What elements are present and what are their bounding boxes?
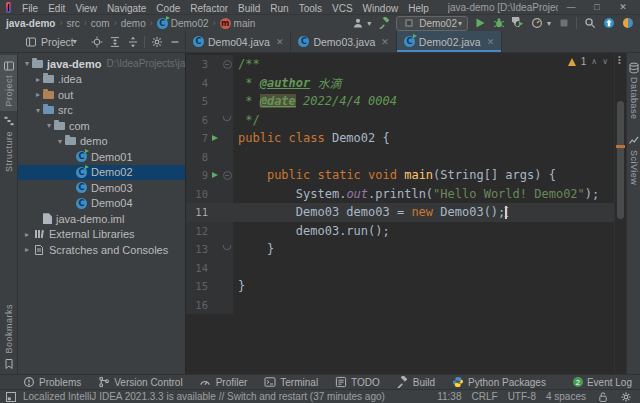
tree-item-demo02[interactable]: CDemo02 [18,165,185,181]
maximize-button[interactable]: □ [584,0,610,14]
stripe-sciview[interactable]: SciView [627,134,640,185]
menu-file[interactable]: File [17,3,43,14]
code-editor[interactable]: 1∧∨ 3/**4 * @author 水滴5 * @date 2022/4/4… [186,53,614,374]
code-line-16[interactable]: 16 [186,296,614,315]
expand-split-icon[interactable] [126,35,139,48]
tree-item-external-libraries[interactable]: ▸External Libraries [18,227,185,243]
menu-tools[interactable]: Tools [294,3,327,14]
tree-item-out[interactable]: ▸out [18,87,185,103]
search-icon[interactable] [583,17,596,30]
fold-collapse-icon[interactable] [223,60,232,69]
scrollbar-thumb[interactable] [617,101,624,219]
code-line-5[interactable]: 5 * @date 2022/4/4 0004 [186,92,614,111]
close-icon[interactable]: ✕ [276,37,284,47]
editor-options-icon[interactable]: ••• [618,55,621,64]
close-button[interactable]: ✕ [610,0,636,14]
toolwindow-todo[interactable]: TODO [334,376,380,389]
lock-icon[interactable] [596,390,609,403]
code-line-6[interactable]: 6 */ [186,111,614,130]
tree-item-demo01[interactable]: CDemo01 [18,149,185,165]
locate-icon[interactable] [90,35,103,48]
toolwindow-python-packages[interactable]: Python Packages [451,376,546,389]
editor-scrollbar[interactable]: ••• [614,53,626,374]
fold-collapse-icon[interactable] [223,171,232,180]
breadcrumb-demo[interactable]: demo [121,18,146,29]
tree-arrow-icon[interactable]: ▸ [33,90,43,99]
menu-edit[interactable]: Edit [43,3,70,14]
breadcrumb-com[interactable]: com [91,18,110,29]
toolwindow-version-control[interactable]: Version Control [97,376,182,389]
menu-run[interactable]: Run [265,3,293,14]
run-config-select[interactable]: Demo02▾ [396,16,468,31]
menu-navigate[interactable]: Navigate [102,3,151,14]
warning-stripe-mark[interactable] [616,145,625,148]
user-icon[interactable] [351,17,364,30]
code-line-12[interactable]: 12 demo03.run(); [186,222,614,241]
menu-help[interactable]: Help [403,3,434,14]
prev-warning-icon[interactable]: ∧ [591,57,597,66]
debug-icon[interactable] [493,17,506,30]
tool-window-switcher-icon[interactable] [4,390,17,403]
code-line-4[interactable]: 4 * @author 水滴 [186,74,614,93]
code-line-11[interactable]: 11 Demo03 demo03 = new Demo03(); [186,203,614,222]
close-icon[interactable]: ✕ [487,37,495,47]
tree-arrow-icon[interactable]: ▸ [22,245,32,254]
menu-refactor[interactable]: Refactor [185,3,233,14]
menu-window[interactable]: Window [358,3,404,14]
tree-arrow-icon[interactable]: ▾ [33,106,43,115]
stripe-database[interactable]: Database [627,61,640,120]
stripe-structure[interactable]: Structure [0,111,17,176]
code-line-13[interactable]: 13 } [186,240,614,259]
code-line-10[interactable]: 10 System.out.println("Hello World! Demo… [186,185,614,204]
status-message[interactable]: Localized IntelliJ IDEA 2021.3.3 is avai… [23,391,385,402]
code-line-15[interactable]: 15} [186,277,614,296]
hammer-green-icon[interactable] [377,17,390,30]
update-icon[interactable] [602,17,615,30]
stripe-project[interactable]: Project [0,55,17,111]
menu-build[interactable]: Build [233,3,265,14]
code-line-7[interactable]: 7public class Demo02 { [186,129,614,148]
breadcrumb-java-demo[interactable]: java-demo [6,18,55,29]
tab-demo04-java[interactable]: CDemo04.java✕ [186,31,291,52]
collapse-all-icon[interactable] [108,35,121,48]
tree-item-java-demo-iml[interactable]: java-demo.iml [18,211,185,227]
partial-icon[interactable] [621,17,634,30]
tree-arrow-icon[interactable]: ▾ [55,137,65,146]
tree-item-demo04[interactable]: CDemo04 [18,196,185,212]
encoding-indicator[interactable]: UTF-8 [508,391,536,402]
tab-demo02-java[interactable]: CDemo02.java✕ [397,31,502,52]
stop-icon[interactable] [557,17,570,30]
indent-indicator[interactable]: 4 spaces [546,391,586,402]
inspection-widget[interactable]: 1∧∨ [568,56,608,67]
minimize-button[interactable]: — [558,0,584,14]
breadcrumb-src[interactable]: src [66,18,79,29]
tree-item-java-demo[interactable]: ▾java-demoD:\IdeaProjects\java-demo [18,56,185,72]
tree-arrow-icon[interactable]: ▾ [44,121,54,130]
close-icon[interactable]: ✕ [381,37,389,47]
breadcrumb-main[interactable]: mmain [220,18,256,29]
tree-arrow-icon[interactable]: ▾ [22,59,32,68]
tree-item-com[interactable]: ▾com [18,118,185,134]
code-line-3[interactable]: 3/** [186,55,614,74]
toolwindow-problems[interactable]: Problems [22,376,81,389]
tree-arrow-icon[interactable]: ▸ [33,75,43,84]
breadcrumb-demo02[interactable]: CDemo02 [157,18,209,29]
code-line-9[interactable]: 9 public static void main(String[] args)… [186,166,614,185]
profiler-icon[interactable] [531,17,544,30]
run-line-icon[interactable] [212,172,218,178]
toolwindow-profiler[interactable]: Profiler [199,376,248,389]
run-line-icon[interactable] [212,135,218,141]
line-ending-indicator[interactable]: CRLF [472,391,498,402]
gear-icon[interactable] [150,35,163,48]
run-icon[interactable] [474,17,487,30]
menu-code[interactable]: Code [151,3,185,14]
menu-view[interactable]: View [70,3,102,14]
tab-demo03-java[interactable]: CDemo03.java✕ [291,31,396,52]
tree-item-scratches-and-consoles[interactable]: ▸Scratches and Consoles [18,242,185,258]
minus-icon[interactable] [168,35,181,48]
toolwindow-terminal[interactable]: Terminal [263,376,318,389]
toolwindow-event-log[interactable]: 2Event Log [573,377,632,388]
gear-small-icon[interactable] [619,390,632,403]
tree-item-demo[interactable]: ▾demo [18,134,185,150]
tree-item-src[interactable]: ▾src [18,103,185,119]
